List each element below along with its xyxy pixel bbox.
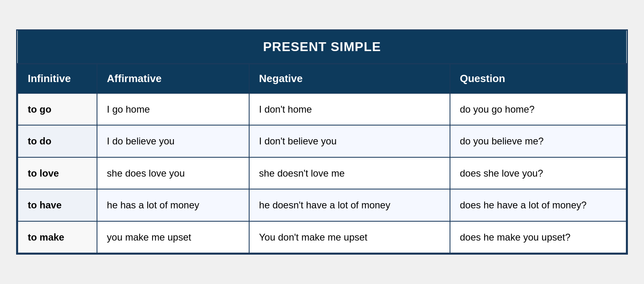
cell-negative: he doesn't have a lot of money [249, 189, 450, 221]
cell-infinitive: to make [18, 221, 97, 253]
present-simple-table: PRESENT SIMPLE Infinitive Affirmative Ne… [17, 31, 627, 254]
cell-negative: she doesn't love me [249, 157, 450, 189]
cell-question: does she love you? [450, 157, 627, 189]
cell-affirmative: she does love you [97, 157, 249, 189]
cell-question: does he have a lot of money? [450, 189, 627, 221]
table-row: to doI do believe youI don't believe you… [18, 125, 626, 157]
table-row: to loveshe does love youshe doesn't love… [18, 157, 626, 189]
table-row: to goI go homeI don't homedo you go home… [18, 93, 626, 126]
cell-infinitive: to have [18, 189, 97, 221]
header-row: Infinitive Affirmative Negative Question [18, 64, 626, 93]
cell-question: do you go home? [450, 93, 627, 126]
cell-infinitive: to do [18, 125, 97, 157]
cell-negative: I don't believe you [249, 125, 450, 157]
cell-negative: I don't home [249, 93, 450, 126]
cell-affirmative: I go home [97, 93, 249, 126]
table-title: PRESENT SIMPLE [18, 31, 626, 64]
table-body: to goI go homeI don't homedo you go home… [18, 93, 626, 253]
table-row: to makeyou make me upsetYou don't make m… [18, 221, 626, 253]
cell-infinitive: to love [18, 157, 97, 189]
cell-affirmative: I do believe you [97, 125, 249, 157]
table-container: PRESENT SIMPLE Infinitive Affirmative Ne… [16, 29, 628, 255]
cell-question: do you believe me? [450, 125, 627, 157]
cell-question: does he make you upset? [450, 221, 627, 253]
cell-negative: You don't make me upset [249, 221, 450, 253]
title-row: PRESENT SIMPLE [18, 31, 626, 64]
cell-affirmative: you make me upset [97, 221, 249, 253]
header-infinitive: Infinitive [18, 64, 97, 93]
header-question: Question [450, 64, 627, 93]
cell-affirmative: he has a lot of money [97, 189, 249, 221]
cell-infinitive: to go [18, 93, 97, 126]
header-negative: Negative [249, 64, 450, 93]
header-affirmative: Affirmative [97, 64, 249, 93]
table-row: to havehe has a lot of moneyhe doesn't h… [18, 189, 626, 221]
